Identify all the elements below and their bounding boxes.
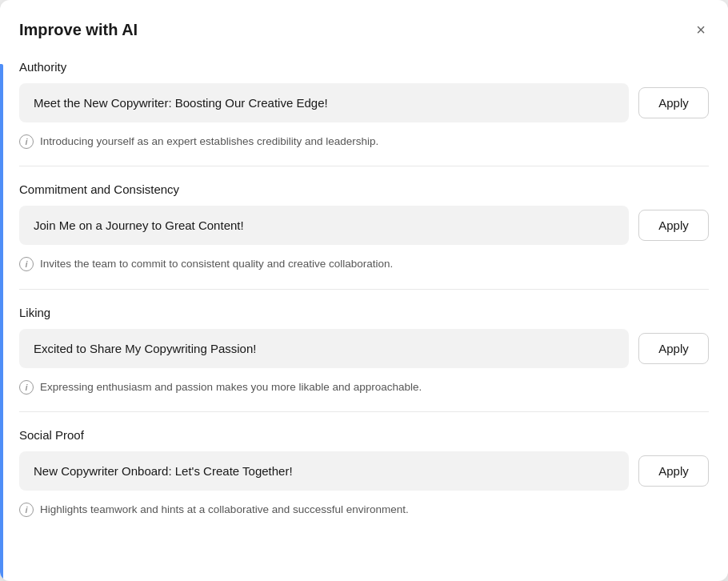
info-icon-social-proof: i [19, 503, 34, 517]
info-icon-commitment: i [19, 257, 34, 271]
apply-button-authority[interactable]: Apply [638, 87, 709, 118]
section-label-commitment: Commitment and Consistency [19, 182, 709, 196]
info-row-authority: i Introducing yourself as an expert esta… [19, 132, 709, 153]
section-liking: Liking Excited to Share My Copywriting P… [19, 289, 709, 411]
info-text-liking: Expressing enthusiasm and passion makes … [40, 379, 422, 395]
suggestion-text-social-proof: New Copywriter Onboard: Let's Create Tog… [19, 451, 629, 491]
info-text-social-proof: Highlights teamwork and hints at a colla… [40, 502, 409, 518]
left-accent-bar [0, 64, 3, 581]
suggestion-text-liking: Excited to Share My Copywriting Passion! [19, 329, 629, 368]
section-label-authority: Authority [19, 60, 709, 74]
suggestion-text-authority: Meet the New Copywriter: Boosting Our Cr… [19, 83, 629, 122]
info-icon-liking: i [19, 380, 34, 395]
modal-header: Improve with AI × [0, 0, 728, 57]
suggestion-text-commitment: Join Me on a Journey to Great Content! [19, 206, 629, 245]
apply-button-social-proof[interactable]: Apply [638, 455, 709, 487]
suggestion-row-commitment: Join Me on a Journey to Great Content! A… [19, 206, 709, 245]
suggestion-row-social-proof: New Copywriter Onboard: Let's Create Tog… [19, 451, 709, 491]
apply-button-commitment[interactable]: Apply [638, 210, 709, 241]
suggestion-row-liking: Excited to Share My Copywriting Passion!… [19, 329, 709, 368]
section-social-proof: Social Proof New Copywriter Onboard: Let… [19, 411, 709, 534]
modal-title: Improve with AI [19, 21, 138, 39]
info-row-liking: i Expressing enthusiasm and passion make… [19, 378, 709, 399]
improve-with-ai-modal: Improve with AI × Authority Meet the New… [0, 0, 728, 581]
section-label-liking: Liking [19, 306, 709, 319]
section-commitment: Commitment and Consistency Join Me on a … [19, 166, 709, 288]
info-row-commitment: i Invites the team to commit to consiste… [19, 254, 709, 275]
section-authority: Authority Meet the New Copywriter: Boost… [19, 57, 709, 166]
section-label-social-proof: Social Proof [19, 428, 709, 442]
info-row-social-proof: i Highlights teamwork and hints at a col… [19, 500, 709, 521]
info-icon-authority: i [19, 134, 34, 149]
close-button[interactable]: × [693, 18, 709, 42]
info-text-authority: Introducing yourself as an expert establ… [40, 134, 378, 150]
suggestion-row-authority: Meet the New Copywriter: Boosting Our Cr… [19, 83, 709, 122]
info-text-commitment: Invites the team to commit to consistent… [40, 256, 393, 272]
modal-body: Authority Meet the New Copywriter: Boost… [0, 57, 728, 534]
apply-button-liking[interactable]: Apply [638, 333, 709, 364]
